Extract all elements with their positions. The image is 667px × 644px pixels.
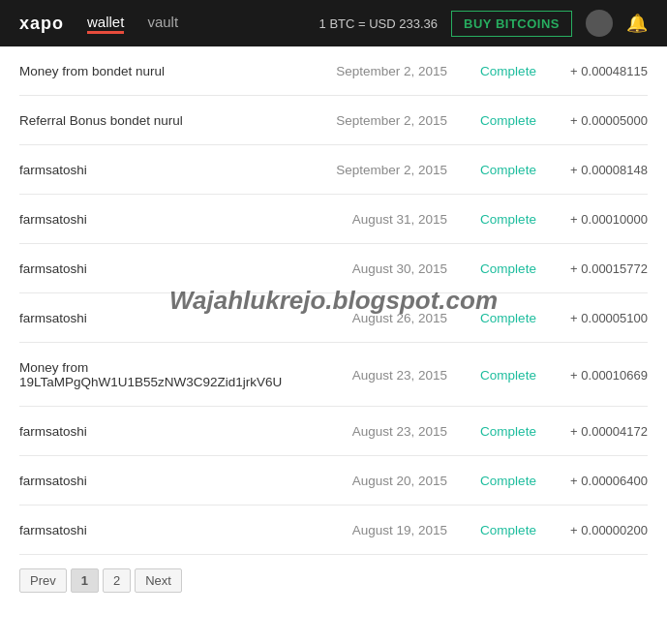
- tx-desc: farmsatoshi: [19, 212, 310, 227]
- tx-amount: + 0.00008148: [552, 163, 648, 177]
- table-row: Money from 19LTaMPgQhW1U1B55zNW3C92Zid1j…: [19, 343, 648, 407]
- tx-status: Complete: [465, 311, 552, 325]
- tx-status: Complete: [465, 163, 552, 177]
- tx-status: Complete: [465, 113, 552, 128]
- tx-desc: Money from 19LTaMPgQhW1U1B55zNW3C92Zid1j…: [19, 360, 310, 389]
- tx-date: August 23, 2015: [310, 368, 465, 383]
- tx-date: August 26, 2015: [310, 311, 465, 325]
- tx-amount: + 0.00010669: [552, 368, 648, 383]
- tx-date: August 30, 2015: [310, 261, 465, 276]
- tx-desc: farmsatoshi: [19, 261, 310, 276]
- nav-vault[interactable]: vault: [147, 14, 178, 34]
- tx-desc: farmsatoshi: [19, 424, 310, 439]
- tx-date: September 2, 2015: [310, 163, 465, 177]
- table-row: farmsatoshi August 20, 2015 Complete + 0…: [19, 456, 648, 506]
- tx-amount: + 0.00010000: [552, 212, 648, 227]
- tx-desc: farmsatoshi: [19, 163, 310, 177]
- tx-desc: farmsatoshi: [19, 474, 310, 488]
- nav-wallet[interactable]: wallet: [87, 14, 124, 34]
- tx-amount: + 0.00005100: [552, 311, 648, 325]
- tx-status: Complete: [465, 64, 552, 78]
- page-1-button[interactable]: 1: [71, 568, 99, 593]
- tx-date: August 23, 2015: [310, 424, 465, 439]
- transactions-table: Money from bondet nurul September 2, 201…: [0, 46, 667, 555]
- tx-status: Complete: [465, 523, 552, 537]
- table-row: Referral Bonus bondet nurul September 2,…: [19, 96, 648, 145]
- pagination: Prev12Next: [0, 555, 667, 606]
- tx-date: August 19, 2015: [310, 523, 465, 537]
- prev-page-button[interactable]: Prev: [19, 568, 67, 593]
- tx-status: Complete: [465, 212, 552, 227]
- buy-bitcoins-button[interactable]: BUY BITCOINS: [451, 11, 572, 37]
- tx-amount: + 0.00006400: [552, 474, 648, 488]
- next-page-button[interactable]: Next: [135, 568, 182, 593]
- table-row: Money from bondet nurul September 2, 201…: [19, 46, 648, 96]
- tx-amount: + 0.00004172: [552, 424, 648, 439]
- tx-date: August 31, 2015: [310, 212, 465, 227]
- tx-amount: + 0.00000200: [552, 523, 648, 537]
- tx-desc: Money from bondet nurul: [19, 64, 310, 78]
- header-right: 1 BTC = USD 233.36 BUY BITCOINS 🔔: [319, 10, 648, 37]
- tx-status: Complete: [465, 474, 552, 488]
- tx-status: Complete: [465, 424, 552, 439]
- btc-rate: 1 BTC = USD 233.36: [319, 16, 438, 31]
- tx-date: August 20, 2015: [310, 474, 465, 488]
- tx-desc: farmsatoshi: [19, 311, 310, 325]
- tx-amount: + 0.00015772: [552, 261, 648, 276]
- header: xapo wallet vault 1 BTC = USD 233.36 BUY…: [0, 0, 667, 46]
- table-row: farmsatoshi August 19, 2015 Complete + 0…: [19, 506, 648, 555]
- table-row: farmsatoshi August 23, 2015 Complete + 0…: [19, 407, 648, 456]
- tx-amount: + 0.00005000: [552, 113, 648, 128]
- avatar: [586, 10, 613, 37]
- table-row: farmsatoshi August 31, 2015 Complete + 0…: [19, 195, 648, 244]
- tx-desc: Referral Bonus bondet nurul: [19, 113, 310, 128]
- table-row: farmsatoshi September 2, 2015 Complete +…: [19, 145, 648, 195]
- header-left: xapo wallet vault: [19, 14, 178, 34]
- tx-desc: farmsatoshi: [19, 523, 310, 537]
- tx-date: September 2, 2015: [310, 113, 465, 128]
- tx-status: Complete: [465, 368, 552, 383]
- bell-icon[interactable]: 🔔: [626, 13, 648, 34]
- tx-status: Complete: [465, 261, 552, 276]
- tx-amount: + 0.00048115: [552, 64, 648, 78]
- logo: xapo: [19, 14, 64, 34]
- table-row: farmsatoshi August 30, 2015 Complete + 0…: [19, 244, 648, 293]
- page-2-button[interactable]: 2: [103, 568, 131, 593]
- table-row: farmsatoshi August 26, 2015 Complete + 0…: [19, 293, 648, 343]
- tx-date: September 2, 2015: [310, 64, 465, 78]
